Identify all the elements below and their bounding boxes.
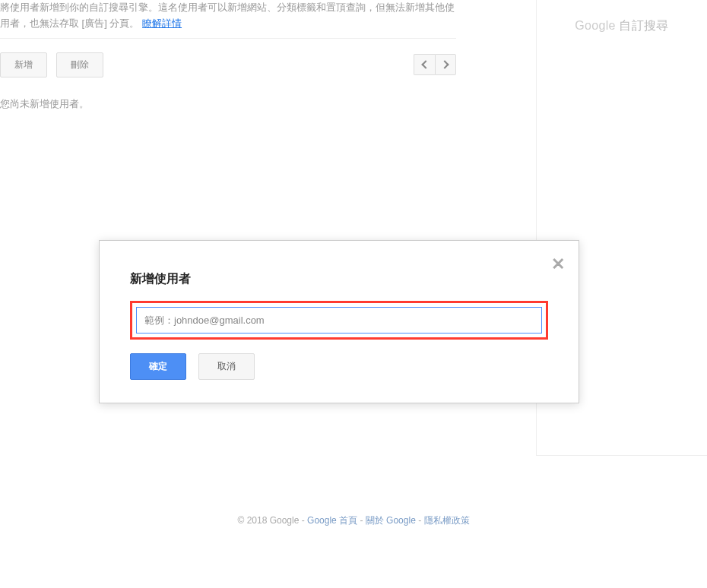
chevron-right-icon [440,60,449,68]
add-button[interactable]: 新增 [0,52,47,77]
toolbar: 新增 刪除 [0,38,456,82]
logo-text: 自訂搜尋 [619,19,668,32]
dialog-title: 新增使用者 [130,271,548,287]
close-icon: ✕ [551,254,565,273]
privacy-policy-link[interactable]: 隱私權政策 [424,515,470,526]
chevron-left-icon [421,60,430,68]
add-user-dialog: ✕ 新增使用者 確定 取消 [99,240,579,403]
footer-sep-1: - [360,515,365,526]
next-page-button[interactable] [435,54,456,75]
google-home-link[interactable]: Google 首頁 [307,515,357,526]
dialog-buttons: 確定 取消 [130,353,548,380]
cancel-button[interactable]: 取消 [198,353,255,380]
about-google-link[interactable]: 關於 Google [366,515,416,526]
description-text: 將使用者新增到你的自訂搜尋引擎。這名使用者可以新增網站、分類標籤和置頂查詢，但無… [0,0,456,38]
footer-sep-2: - [418,515,423,526]
logo-brand: Google [575,19,615,32]
learn-more-link[interactable]: 瞭解詳情 [142,17,182,29]
close-button[interactable]: ✕ [551,254,565,274]
pagination [414,54,456,75]
confirm-button[interactable]: 確定 [130,353,186,380]
empty-message: 您尚未新增使用者。 [0,82,456,126]
toolbar-left: 新增 刪除 [0,52,103,77]
input-highlight-frame [130,301,548,340]
copyright-text: © 2018 Google - [237,515,307,526]
email-input[interactable] [136,307,542,334]
footer: © 2018 Google - Google 首頁 - 關於 Google - … [0,514,707,527]
sidebar-logo: Google 自訂搜尋 [549,18,695,34]
delete-button[interactable]: 刪除 [56,52,103,77]
prev-page-button[interactable] [414,54,435,75]
description-body: 將使用者新增到你的自訂搜尋引擎。這名使用者可以新增網站、分類標籤和置頂查詢，但無… [0,2,455,29]
main-content: 將使用者新增到你的自訂搜尋引擎。這名使用者可以新增網站、分類標籤和置頂查詢，但無… [0,0,456,126]
